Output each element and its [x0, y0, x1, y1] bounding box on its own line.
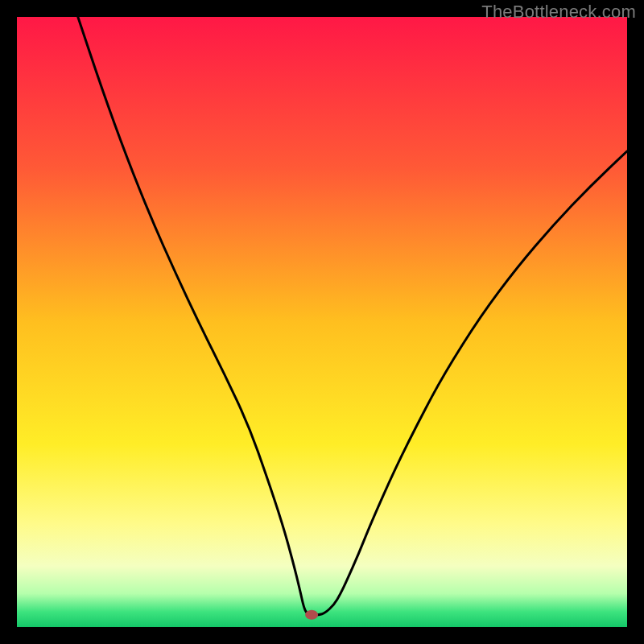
chart-svg — [17, 17, 627, 627]
optimal-point-marker — [305, 610, 318, 620]
chart-frame: TheBottleneck.com — [0, 0, 644, 644]
watermark-text: TheBottleneck.com — [481, 2, 636, 23]
plot-area — [17, 17, 627, 627]
